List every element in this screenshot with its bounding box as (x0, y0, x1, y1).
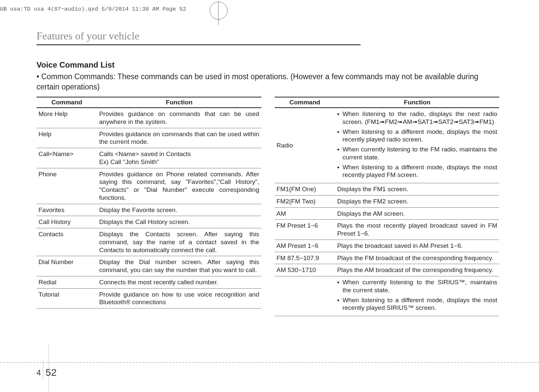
page-content: Features of your vehicle Voice Command L… (36, 30, 499, 379)
header-function: Function (97, 97, 261, 108)
command-cell: FM2(FM Two) (275, 195, 335, 207)
function-cell: Connects the most recently called number… (97, 276, 261, 288)
function-cell: Displays the FM1 screen. (335, 183, 499, 196)
table-row: AM 530~1710Plays the AM broadcast of the… (275, 264, 500, 276)
table-header-row: Command Function (36, 97, 261, 108)
command-cell: FM 87.5~107.9 (275, 252, 335, 264)
table-row: AM Preset 1~6Plays the broadcast saved i… (275, 240, 500, 252)
function-cell: Displays the FM2 screen. (335, 195, 499, 207)
function-cell: Calls <Name> saved in ContactsEx) Call "… (97, 148, 261, 168)
page-separator (43, 361, 43, 379)
section-title: Voice Command List (36, 60, 499, 70)
function-cell: Provide guidance on how to use voice rec… (97, 288, 261, 308)
command-cell: FM1(FM One) (275, 183, 335, 196)
table-row: TutorialProvide guidance on how to use v… (36, 288, 261, 308)
table-row: AMDisplays the AM screen. (275, 207, 500, 220)
table-row: FM1(FM One)Displays the FM1 screen. (275, 183, 500, 196)
command-cell: Contacts (36, 228, 97, 256)
table-row: Dial NumberDisplay the Dial number scree… (36, 256, 261, 276)
function-bullet: When currently listening to the SIRIUS™,… (337, 278, 497, 294)
function-cell: Plays the FM broadcast of the correspond… (335, 252, 499, 264)
function-bullet: When currently listening to the FM radio… (337, 145, 497, 161)
header-function: Function (335, 97, 499, 108)
command-cell: Help (36, 128, 97, 148)
table-row: FM2(FM Two)Displays the FM2 screen. (275, 195, 500, 207)
table-row: Call<Name>Calls <Name> saved in Contacts… (36, 148, 261, 168)
table-row: ContactsDisplays the Contacts screen. Af… (36, 228, 261, 256)
function-bullet: When listening to the radio, displays th… (337, 110, 497, 126)
function-cell: Display the Favorite screen. (97, 204, 261, 216)
chapter-title: Features of your vehicle (36, 30, 361, 45)
function-cell: Displays the AM screen. (335, 207, 499, 220)
table-row: Call HistoryDisplays the Call History sc… (36, 216, 261, 228)
function-cell: Provides guidance on Phone related comma… (97, 168, 261, 204)
command-cell: Call History (36, 216, 97, 228)
function-bullet: When listening to a different mode, disp… (337, 128, 497, 144)
table-row: HelpProvides guidance on commands that c… (36, 128, 261, 148)
table-row: When currently listening to the SIRIUS™,… (275, 276, 500, 316)
table-row: FavoritesDisplay the Favorite screen. (36, 204, 261, 216)
command-cell: Radio (275, 108, 335, 183)
function-cell: Displays the Contacts screen. After sayi… (97, 228, 261, 256)
page-num: 52 (45, 367, 56, 379)
table-row: PhoneProvides guidance on Phone related … (36, 168, 261, 204)
function-cell: Provides guidance on commands that can b… (97, 108, 261, 128)
crop-mark (218, 2, 219, 25)
table-row: RedialConnects the most recently called … (36, 276, 261, 288)
page-number: 4 52 (36, 361, 57, 379)
function-cell: Plays the broadcast saved in AM Preset 1… (335, 240, 499, 252)
header-text: UB usa:TD usa 4(87~audio).qxd 5/9/2014 1… (0, 6, 186, 12)
function-cell: Display the Dial number screen. After sa… (97, 256, 261, 276)
command-cell: Dial Number (36, 256, 97, 276)
command-cell: Tutorial (36, 288, 97, 308)
page-chapter-num: 4 (36, 368, 41, 379)
command-cell: Phone (36, 168, 97, 204)
command-cell: More Help (36, 108, 97, 128)
header-command: Command (36, 97, 97, 108)
function-cell: When listening to the radio, displays th… (335, 108, 499, 183)
left-table: Command Function More HelpProvides guida… (36, 97, 261, 308)
section-intro: • Common Commands: These commands can be… (36, 72, 499, 92)
table-row: FM 87.5~107.9Plays the FM broadcast of t… (275, 252, 500, 264)
command-cell: Favorites (36, 204, 97, 216)
right-table: Command Function RadioWhen listening to … (275, 97, 500, 316)
table-row: FM Preset 1~6Plays the most recently pla… (275, 220, 500, 240)
command-cell: Call<Name> (36, 148, 97, 168)
command-cell: FM Preset 1~6 (275, 220, 335, 240)
command-cell: Redial (36, 276, 97, 288)
table-header-row: Command Function (275, 97, 500, 108)
function-cell: Plays the AM broadcast of the correspond… (335, 264, 499, 276)
command-cell: AM (275, 207, 335, 220)
command-cell (275, 276, 335, 316)
function-cell: Provides guidance on commands that can b… (97, 128, 261, 148)
print-header: UB usa:TD usa 4(87~audio).qxd 5/9/2014 1… (0, 6, 186, 12)
function-bullet: When listening to a different mode, disp… (337, 163, 497, 179)
function-cell: Displays the Call History screen. (97, 216, 261, 228)
table-row: RadioWhen listening to the radio, displa… (275, 108, 500, 183)
table-row: More HelpProvides guidance on commands t… (36, 108, 261, 128)
function-cell: When currently listening to the SIRIUS™,… (335, 276, 499, 316)
crop-line (0, 362, 539, 363)
header-command: Command (275, 97, 335, 108)
command-cell: AM Preset 1~6 (275, 240, 335, 252)
command-cell: AM 530~1710 (275, 264, 335, 276)
tables-container: Command Function More HelpProvides guida… (36, 97, 499, 316)
function-bullet: When listening to a different mode, disp… (337, 296, 497, 312)
function-cell: Plays the most recently played broadcast… (335, 220, 499, 240)
